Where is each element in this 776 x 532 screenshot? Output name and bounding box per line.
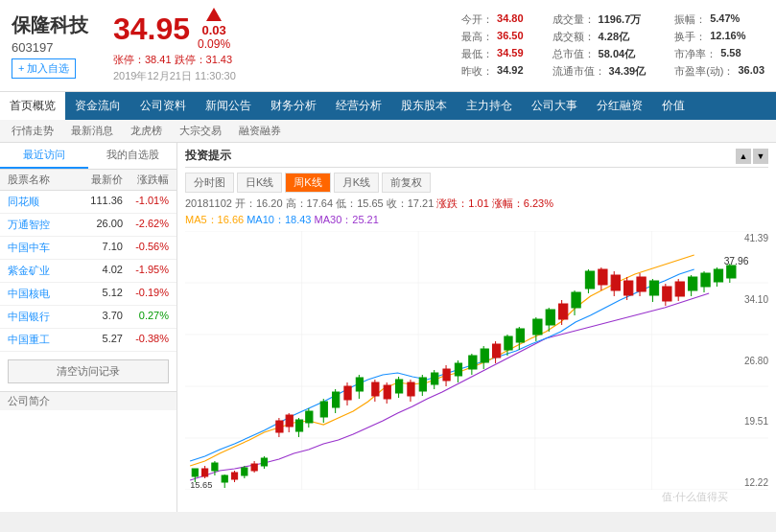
company-name: 保隆科技 xyxy=(12,12,88,38)
svg-rect-43 xyxy=(372,382,379,396)
stat-prev-close: 昨收：34.92 xyxy=(461,64,524,79)
price-change: 0.03 xyxy=(201,23,225,37)
y-label-top: 41.39 xyxy=(744,233,768,243)
chart-tab-weekly[interactable]: 周K线 xyxy=(285,173,330,193)
svg-rect-11 xyxy=(192,469,198,476)
sidebar: 最近访问 我的自选股 股票名称 最新价 涨跌幅 同花顺 111.36 -1.01… xyxy=(0,143,177,512)
list-item[interactable]: 中国中车 7.10 -0.56% xyxy=(0,237,176,260)
svg-rect-71 xyxy=(546,310,554,325)
stock-list: 同花顺 111.36 -1.01% 万通智控 26.00 -2.62% 中国中车… xyxy=(0,191,176,352)
tab-overview[interactable]: 首页概览 xyxy=(0,92,65,120)
tab-news[interactable]: 新闻公告 xyxy=(196,92,261,120)
stat-pe-dynamic: 市盈率(动)：36.03 xyxy=(674,64,764,79)
list-item[interactable]: 万通智控 26.00 -2.62% xyxy=(0,214,176,237)
list-item[interactable]: 中国银行 3.70 0.27% xyxy=(0,306,176,329)
chart-tab-restore[interactable]: 前复权 xyxy=(382,173,431,193)
company-intro-label: 公司简介 xyxy=(0,391,176,410)
add-watchlist-button[interactable]: + 加入自选 xyxy=(12,58,76,79)
sub-nav-margin[interactable]: 融资融券 xyxy=(239,124,281,138)
tab-operation[interactable]: 经营分析 xyxy=(326,92,391,120)
sidebar-tab-recent[interactable]: 最近访问 xyxy=(0,143,88,169)
tab-company[interactable]: 公司资料 xyxy=(130,92,196,120)
svg-rect-39 xyxy=(344,386,351,400)
stat-pe-static: 市净率：5.58 xyxy=(674,47,764,61)
svg-rect-49 xyxy=(408,382,414,396)
list-item[interactable]: 紫金矿业 4.02 -1.95% xyxy=(0,260,176,283)
stock-limits: 张停：38.41 跌停：31.43 xyxy=(113,53,236,67)
tab-shareholder[interactable]: 股东股本 xyxy=(391,92,457,120)
col-header-name: 股票名称 xyxy=(8,173,77,187)
list-item[interactable]: 中国重工 5.27 -0.38% xyxy=(0,329,176,352)
date-info: 2019年12月21日 11:30:30 xyxy=(113,69,236,83)
clear-history-button[interactable]: 清空访问记录 xyxy=(8,359,169,383)
svg-rect-47 xyxy=(395,380,402,393)
svg-rect-69 xyxy=(533,319,542,335)
chart-tab-daily[interactable]: 日K线 xyxy=(237,173,282,193)
svg-rect-65 xyxy=(505,336,512,350)
svg-rect-15 xyxy=(212,463,218,471)
svg-rect-45 xyxy=(384,385,390,399)
list-item[interactable]: 中国核电 5.12 -0.19% xyxy=(0,283,176,306)
svg-rect-13 xyxy=(202,469,208,476)
svg-rect-77 xyxy=(585,271,594,289)
svg-rect-81 xyxy=(611,275,620,290)
chart-info-line: 20181102 开：16.20 高：17.64 低：15.65 收：17.21… xyxy=(185,197,768,211)
stat-low: 最低：34.59 xyxy=(461,47,524,61)
svg-rect-85 xyxy=(637,277,646,291)
svg-rect-35 xyxy=(320,402,327,417)
nav-tabs: 首页概览 资金流向 公司资料 新闻公告 财务分析 经营分析 股东股本 主力持仓 … xyxy=(0,92,776,120)
svg-rect-31 xyxy=(295,420,302,431)
svg-rect-73 xyxy=(559,304,568,319)
stat-total-cap: 总市值：58.04亿 xyxy=(553,47,647,61)
price-up-arrow xyxy=(206,8,222,21)
tab-dividend[interactable]: 分红融资 xyxy=(587,92,652,120)
chart-tab-monthly[interactable]: 月K线 xyxy=(334,173,379,193)
sub-nav-block[interactable]: 大宗交易 xyxy=(179,124,222,138)
col-header-price: 最新价 xyxy=(77,173,123,187)
tab-main-hold[interactable]: 主力持仓 xyxy=(457,92,522,120)
svg-rect-51 xyxy=(419,378,426,391)
hint-down-arrow[interactable]: ▼ xyxy=(753,149,768,164)
svg-rect-99 xyxy=(727,266,736,278)
sub-nav-longhu[interactable]: 龙虎榜 xyxy=(130,124,162,138)
stat-turnover: 换手：12.16% xyxy=(674,30,764,44)
svg-rect-25 xyxy=(261,458,267,466)
watermark: 值·什么值得买 xyxy=(662,490,728,504)
main-price: 34.95 xyxy=(113,12,190,47)
y-label-2: 34.10 xyxy=(744,294,768,305)
clear-history: 清空访问记录 xyxy=(8,359,169,383)
sub-nav: 行情走势 最新消息 龙虎榜 大宗交易 融资融券 xyxy=(0,120,776,143)
svg-rect-27 xyxy=(276,421,283,432)
col-header-change: 涨跌幅 xyxy=(123,173,169,187)
tab-value[interactable]: 价值 xyxy=(652,92,694,120)
svg-rect-83 xyxy=(624,281,633,295)
svg-rect-67 xyxy=(516,329,524,342)
ma-info-line: MA5：16.66 MA10：18.43 MA30：25.21 xyxy=(185,213,768,227)
hint-up-arrow[interactable]: ▲ xyxy=(736,149,751,164)
sub-nav-trend[interactable]: 行情走势 xyxy=(12,124,54,138)
tab-events[interactable]: 公司大事 xyxy=(522,92,587,120)
svg-rect-33 xyxy=(306,411,313,423)
svg-rect-97 xyxy=(714,269,722,282)
y-label-3: 26.80 xyxy=(744,356,768,366)
list-item[interactable]: 同花顺 111.36 -1.01% xyxy=(0,191,176,214)
tab-capital[interactable]: 资金流向 xyxy=(65,92,130,120)
y-label-bottom: 12.22 xyxy=(744,477,768,488)
stat-today: 今开：34.80 xyxy=(461,12,524,27)
chart-tab-minute[interactable]: 分时图 xyxy=(185,173,234,193)
svg-rect-61 xyxy=(481,349,488,362)
svg-rect-63 xyxy=(492,344,500,358)
svg-rect-29 xyxy=(286,415,293,427)
svg-rect-57 xyxy=(455,363,461,376)
svg-rect-79 xyxy=(599,269,607,285)
tab-finance[interactable]: 财务分析 xyxy=(261,92,326,120)
svg-rect-87 xyxy=(649,281,658,295)
stat-high: 最高：36.50 xyxy=(461,30,524,44)
sidebar-tab-watchlist[interactable]: 我的自选股 xyxy=(88,143,176,169)
sub-nav-news[interactable]: 最新消息 xyxy=(71,124,113,138)
svg-rect-89 xyxy=(663,287,671,301)
svg-rect-53 xyxy=(432,373,438,384)
svg-rect-17 xyxy=(222,475,227,482)
stat-volume: 成交量：1196.7万 xyxy=(553,12,647,27)
candlestick-chart: 37.96 15.65 xyxy=(185,231,768,490)
